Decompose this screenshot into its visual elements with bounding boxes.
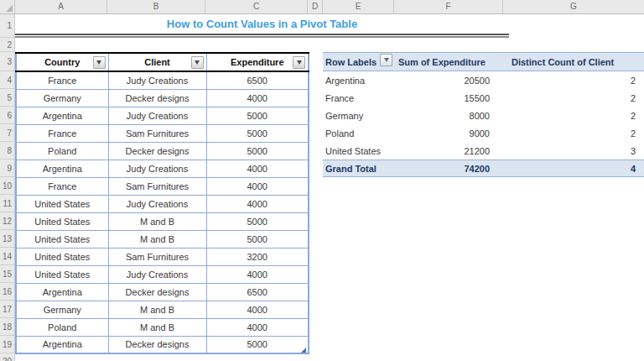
client-cell[interactable]: M and B [108,230,206,248]
column-header-b[interactable]: B [107,0,205,13]
client-cell[interactable]: M and B [108,301,206,318]
row-header-5[interactable]: 5 [0,89,14,107]
country-cell[interactable]: Poland [16,318,108,336]
column-header-e[interactable]: E [323,0,394,13]
country-cell[interactable]: France [16,124,108,142]
client-cell[interactable]: Decker designs [108,283,206,301]
row-header-20[interactable]: 20 [0,353,14,361]
country-cell[interactable]: France [16,71,108,89]
pivot-sum-value[interactable]: 8000 [394,111,503,121]
expenditure-cell[interactable]: 6500 [206,71,309,89]
client-cell[interactable]: Sam Furnitures [108,248,206,265]
pivot-row-label[interactable]: France [323,93,394,103]
pivot-sum-value[interactable]: 9000 [394,128,503,139]
grand-total-count[interactable]: 4 [503,164,644,174]
country-cell[interactable]: France [16,177,108,195]
row-header-1[interactable]: 1 [0,14,14,38]
country-header-cell[interactable]: Country [16,53,108,71]
sheet-title[interactable]: How to Count Values in a Pivot Table [15,14,509,34]
expenditure-cell[interactable]: 4000 [206,195,309,212]
pivot-sum-value[interactable]: 15500 [394,93,503,103]
table-resize-handle[interactable] [301,348,306,353]
expenditure-cell[interactable]: 4000 [206,89,309,107]
client-cell[interactable]: Judy Creations [108,71,206,89]
country-cell[interactable]: Argentina [16,160,108,177]
pivot-count-value[interactable]: 2 [503,93,644,103]
row-header-14[interactable]: 14 [0,248,14,265]
country-cell[interactable]: Poland [16,142,108,160]
column-header-d[interactable]: D [308,0,323,13]
expenditure-cell[interactable]: 4000 [206,177,309,195]
pivot-row-label[interactable]: Germany [323,111,394,121]
expenditure-cell[interactable]: 6500 [206,283,309,301]
grand-total-label[interactable]: Grand Total [323,164,394,174]
client-cell[interactable]: M and B [108,212,206,230]
country-cell[interactable]: United States [16,265,108,283]
pivot-sum-value[interactable]: 21200 [394,146,503,156]
expenditure-cell[interactable]: 4000 [206,301,309,318]
row-header-4[interactable]: 4 [0,71,14,89]
row-header-13[interactable]: 13 [0,230,14,248]
expenditure-cell[interactable]: 5000 [206,124,309,142]
row-header-11[interactable]: 11 [0,195,14,212]
client-filter-button[interactable] [191,56,204,69]
row-header-7[interactable]: 7 [0,124,14,142]
country-cell[interactable]: United States [16,230,108,248]
expenditure-filter-button[interactable] [293,56,305,69]
pivot-count-value[interactable]: 2 [503,128,644,139]
expenditure-cell[interactable]: 5000 [206,142,309,160]
grand-total-sum[interactable]: 74200 [394,164,503,174]
pivot-count-value[interactable]: 3 [503,146,644,156]
country-cell[interactable]: Argentina [16,283,108,301]
country-cell[interactable]: Argentina [16,107,108,124]
column-header-f[interactable]: F [394,0,503,13]
expenditure-cell[interactable]: 3200 [206,248,309,265]
row-header-9[interactable]: 9 [0,160,14,177]
expenditure-cell[interactable]: 5000 [206,336,309,353]
client-cell[interactable]: Decker designs [108,336,206,353]
client-cell[interactable]: Sam Furnitures [108,177,206,195]
row-header-17[interactable]: 17 [0,301,14,318]
country-cell[interactable]: Germany [16,89,108,107]
column-header-g[interactable]: G [503,0,644,13]
client-cell[interactable]: Judy Creations [108,160,206,177]
pivot-sum-value[interactable]: 20500 [394,76,503,86]
client-cell[interactable]: M and B [108,318,206,336]
row-header-8[interactable]: 8 [0,142,14,160]
row-header-18[interactable]: 18 [0,318,14,336]
pivot-row-label[interactable]: Argentina [323,76,394,86]
country-cell[interactable]: Argentina [16,336,108,353]
expenditure-cell[interactable]: 4000 [206,265,309,283]
pivot-row-label[interactable]: United States [323,146,394,156]
expenditure-cell[interactable]: 4000 [206,318,309,336]
row-header-15[interactable]: 15 [0,265,14,283]
country-filter-button[interactable] [93,56,106,69]
client-cell[interactable]: Judy Creations [108,265,206,283]
row-header-16[interactable]: 16 [0,283,14,301]
sum-of-expenditure-header-cell[interactable]: Sum of Expenditure [394,57,503,67]
client-cell[interactable]: Sam Furnitures [108,124,206,142]
client-header-cell[interactable]: Client [108,53,206,71]
country-cell[interactable]: United States [16,248,108,265]
column-header-c[interactable]: C [205,0,308,13]
select-all-corner[interactable] [0,0,15,13]
row-header-3[interactable]: 3 [0,52,14,71]
client-cell[interactable]: Decker designs [108,89,206,107]
pivot-count-value[interactable]: 2 [503,111,644,121]
expenditure-header-cell[interactable]: Expenditure [206,53,309,71]
client-cell[interactable]: Decker designs [108,142,206,160]
row-header-6[interactable]: 6 [0,107,14,124]
row-labels-header-cell[interactable]: Row Labels [323,57,394,67]
expenditure-cell[interactable]: 4000 [206,160,309,177]
country-cell[interactable]: United States [16,195,108,212]
country-cell[interactable]: United States [16,212,108,230]
client-cell[interactable]: Judy Creations [108,195,206,212]
country-cell[interactable]: Germany [16,301,108,318]
pivot-row-label[interactable]: Poland [323,128,394,139]
row-header-19[interactable]: 19 [0,336,14,353]
expenditure-cell[interactable]: 5000 [206,107,309,124]
row-labels-filter-button[interactable] [380,54,392,66]
expenditure-cell[interactable]: 5000 [206,230,309,248]
distinct-count-header-cell[interactable]: Distinct Count of Client [503,57,644,67]
pivot-count-value[interactable]: 2 [503,76,644,86]
